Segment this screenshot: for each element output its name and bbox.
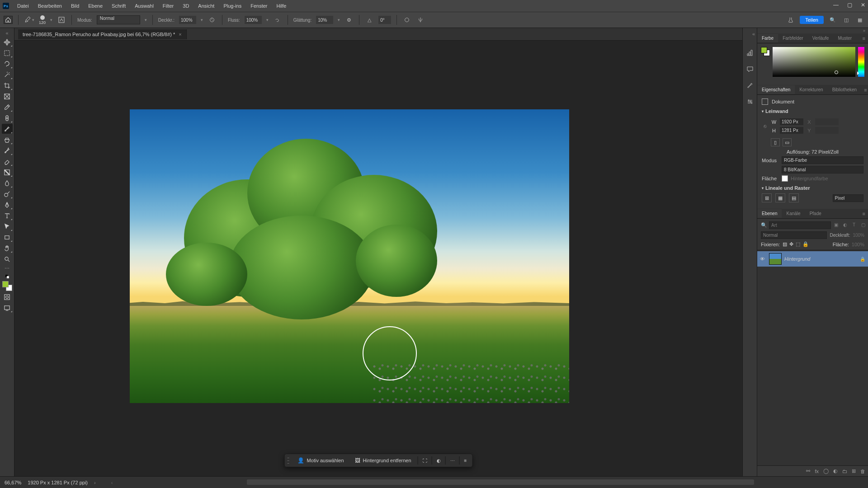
fill-swatch[interactable]: [782, 175, 788, 182]
share-button[interactable]: Teilen: [800, 16, 824, 24]
filter-shape-icon[interactable]: ▢: [860, 222, 866, 229]
smoothing-options-icon[interactable]: ⚙: [344, 15, 354, 24]
canvas-section-header[interactable]: ▾Leinwand: [762, 108, 863, 114]
panel-menu-icon[interactable]: ≡: [860, 36, 868, 41]
edit-toolbar-button[interactable]: ⋯: [2, 265, 13, 272]
layer-opacity-value[interactable]: 100%: [853, 233, 864, 238]
chevron-down-icon[interactable]: ▾: [145, 18, 147, 22]
layer-name[interactable]: Hintergrund: [784, 256, 810, 262]
ruler-units-select[interactable]: Pixel: [833, 194, 864, 202]
panel-dock-collapse[interactable]: »: [757, 28, 868, 33]
arrange-icon[interactable]: ▦: [855, 15, 864, 24]
menu-help[interactable]: Hilfe: [273, 1, 290, 10]
orientation-portrait-icon[interactable]: ▯: [771, 138, 780, 146]
filter-pixel-icon[interactable]: ▣: [833, 222, 839, 229]
adjust-icon[interactable]: ◐: [434, 456, 443, 465]
color-panel-fgbg[interactable]: [761, 47, 770, 56]
path-select-tool[interactable]: [2, 221, 13, 231]
angle-input[interactable]: [378, 16, 391, 24]
quick-mask-toggle[interactable]: [2, 292, 13, 302]
layer-visibility-icon[interactable]: 👁: [760, 256, 766, 262]
layer-mask-icon[interactable]: ◯: [823, 468, 829, 474]
airbrush-icon[interactable]: [273, 15, 282, 24]
gradient-tool[interactable]: [2, 167, 13, 177]
tool-preset-picker[interactable]: ▾: [24, 16, 34, 23]
menu-file[interactable]: Datei: [14, 1, 33, 10]
foreground-color-swatch[interactable]: [2, 281, 9, 287]
lasso-tool[interactable]: [2, 59, 13, 69]
chevron-down-icon[interactable]: ▾: [338, 18, 340, 22]
tab-gradients[interactable]: Verläufe: [808, 34, 834, 42]
properties-icon[interactable]: ≡: [462, 456, 470, 465]
pen-tool[interactable]: [2, 200, 13, 210]
adjustments-panel-icon[interactable]: [746, 98, 754, 106]
new-layer-icon[interactable]: ⊞: [852, 468, 856, 474]
close-tab-icon[interactable]: ×: [179, 32, 181, 37]
close-button[interactable]: ✕: [860, 2, 866, 8]
color-mode-select[interactable]: RGB-Farbe: [782, 156, 863, 164]
menu-view[interactable]: Ansicht: [194, 1, 218, 10]
horizontal-scrollbar[interactable]: [247, 479, 754, 485]
zoom-level[interactable]: 66,67%: [5, 480, 21, 485]
layer-blend-mode-select[interactable]: Normal: [761, 231, 827, 239]
menu-3d[interactable]: 3D: [179, 1, 193, 10]
grid-toggle-icon[interactable]: ▦: [775, 193, 785, 202]
document-dimensions[interactable]: 1920 Px x 1281 Px (72 ppi): [28, 480, 88, 485]
layer-lock-icon[interactable]: 🔒: [860, 257, 865, 262]
layer-group-icon[interactable]: 🗀: [842, 469, 847, 474]
chevron-down-icon[interactable]: ▾: [201, 18, 203, 22]
dodge-tool[interactable]: [2, 189, 13, 199]
marquee-tool[interactable]: [2, 48, 13, 58]
brush-tool[interactable]: [2, 124, 13, 134]
eraser-tool[interactable]: [2, 156, 13, 166]
frame-tool[interactable]: [2, 91, 13, 101]
beaker-icon[interactable]: [786, 15, 795, 24]
pressure-size-icon[interactable]: [402, 15, 411, 24]
menu-type[interactable]: Schrift: [108, 1, 129, 10]
foreground-background-colors[interactable]: [2, 281, 12, 291]
type-tool[interactable]: [2, 211, 13, 221]
screen-mode-toggle[interactable]: [2, 303, 13, 313]
rulers-toggle-icon[interactable]: ⊞: [762, 193, 772, 202]
zoom-tool[interactable]: [2, 254, 13, 264]
blend-mode-select[interactable]: Normal: [97, 15, 140, 24]
search-icon[interactable]: 🔍: [828, 15, 837, 24]
adjustment-layer-icon[interactable]: ◐: [833, 468, 838, 474]
histogram-panel-icon[interactable]: [746, 49, 754, 57]
menu-select[interactable]: Auswahl: [131, 1, 157, 10]
lock-all-icon[interactable]: 🔒: [802, 241, 809, 247]
toolbox-collapse-toggle[interactable]: «: [6, 30, 9, 36]
opacity-input[interactable]: [179, 16, 196, 24]
hue-slider-thumb[interactable]: [857, 71, 859, 75]
menu-window[interactable]: Fenster: [247, 1, 271, 10]
tab-layers[interactable]: Ebenen: [757, 209, 782, 218]
strip-collapse-toggle[interactable]: «: [752, 31, 755, 37]
default-colors-icon[interactable]: [5, 274, 9, 277]
tab-patterns[interactable]: Muster: [833, 34, 856, 42]
panel-menu-icon[interactable]: ≡: [861, 87, 868, 93]
drag-handle-icon[interactable]: [288, 456, 289, 465]
layer-filter-input[interactable]: [769, 221, 831, 229]
layer-thumbnail[interactable]: [769, 253, 782, 265]
menu-edit[interactable]: Bearbeiten: [34, 1, 66, 10]
tab-color[interactable]: Farbe: [757, 34, 778, 42]
select-subject-button[interactable]: 👤 Motiv auswählen: [293, 455, 349, 465]
menu-plugins[interactable]: Plug-ins: [220, 1, 245, 10]
color-field[interactable]: [773, 47, 855, 77]
remove-background-button[interactable]: 🖼 Hintergrund entfernen: [350, 455, 416, 465]
brush-panel-toggle-icon[interactable]: [57, 15, 66, 24]
move-tool[interactable]: [2, 37, 13, 47]
home-button[interactable]: [4, 16, 13, 24]
lock-position-icon[interactable]: ✥: [789, 241, 793, 247]
panel-menu-icon[interactable]: ≡: [860, 211, 868, 216]
link-layers-icon[interactable]: ⚯: [806, 468, 810, 474]
chevron-down-icon[interactable]: ▾: [266, 18, 269, 22]
bit-depth-select[interactable]: 8 Bit/Kanal: [782, 166, 863, 174]
tab-paths[interactable]: Pfade: [805, 209, 826, 218]
layer-fill-value[interactable]: 100%: [852, 242, 864, 247]
transform-icon[interactable]: ⛶: [420, 456, 430, 465]
rulers-section-header[interactable]: ▾Lineale und Raster: [762, 185, 863, 191]
contextual-task-bar[interactable]: 👤 Motiv auswählen 🖼 Hintergrund entferne…: [284, 454, 473, 467]
status-nav-left[interactable]: ‹: [111, 480, 113, 485]
brush-preset-picker[interactable]: 120: [39, 15, 46, 25]
